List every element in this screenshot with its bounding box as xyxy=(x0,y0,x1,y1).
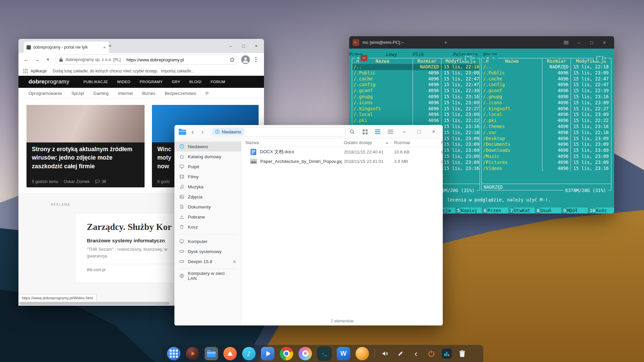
mc-file-row[interactable]: /.var 4096 15 lis, 22:18 xyxy=(482,130,611,136)
mc-file-row[interactable]: /Documents 4096 15 lis, 23:09 xyxy=(482,141,611,147)
fm-search-button[interactable] xyxy=(348,128,356,136)
browser-maximize-button[interactable]: □ xyxy=(237,43,250,49)
site-subnav-item[interactable]: Bezpieczeństwo xyxy=(165,91,196,96)
mc-fkey-button[interactable]: 5Kopiuj xyxy=(455,207,482,214)
terminal-new-tab-button[interactable]: + xyxy=(444,39,447,46)
sidebar-item[interactable]: Komputer xyxy=(174,236,241,246)
mc-file-row[interactable]: /.gconf 4096 15 lis, 22:39 xyxy=(352,88,480,94)
sidebar-item[interactable]: Pulpit xyxy=(174,162,241,172)
mc-file-row[interactable]: /.pki 4096 15 lis, 22:22 xyxy=(352,118,480,124)
fm-col-accessed[interactable]: Ostatni dostęp xyxy=(342,139,392,147)
site-subnav-item[interactable]: P xyxy=(206,91,209,96)
mc-file-row[interactable]: /.Public 4096 15 lis, 23:09 xyxy=(482,70,611,76)
sidebar-item[interactable]: Dokumenty xyxy=(174,202,241,212)
site-nav-item[interactable]: PUBLIKACJE xyxy=(84,80,108,84)
fm-forward-button[interactable]: › xyxy=(199,128,206,135)
fm-address-bar[interactable]: Niedawno xyxy=(211,127,345,136)
apps-grid-icon[interactable] xyxy=(23,69,28,73)
sidebar-item[interactable]: Deepin 15.8 xyxy=(174,256,241,266)
mc-fkey-button[interactable]: 10Końc xyxy=(588,207,614,214)
mc-file-row[interactable]: /.pki 4096 15 lis, 22:22 xyxy=(482,118,611,124)
dock-trash-icon[interactable] xyxy=(457,349,467,359)
article-comments-count[interactable]: 36 xyxy=(102,179,106,184)
apps-shortcut[interactable]: Aplikacje xyxy=(31,69,47,73)
fm-col-kind[interactable]: R xyxy=(439,139,443,147)
site-logo[interactable]: dobreprogramy xyxy=(29,78,69,85)
mc-file-row[interactable]: /.gconf 4096 15 lis, 22:39 xyxy=(482,88,611,94)
tray-system-monitor-icon[interactable] xyxy=(442,349,452,359)
mc-menu-item[interactable]: Plik xyxy=(413,51,424,57)
fm-breadcrumb-recent[interactable]: Niedawno xyxy=(212,128,244,135)
scrollbar-thumb[interactable] xyxy=(19,302,169,305)
fm-col-name[interactable]: Nazwa xyxy=(241,139,342,147)
file-row[interactable]: Paper_Architecture_by_Dmitri_Popov.jpg 2… xyxy=(241,157,443,166)
mc-file-row[interactable]: /.. NADRZĘD 15 lis, 22:18 xyxy=(482,64,611,70)
terminal-maximize-button[interactable]: □ xyxy=(585,40,598,45)
site-subnav-item[interactable]: Sprzęt xyxy=(71,91,84,96)
mc-file-row[interactable]: /.. NADRZĘD 15 lis, 22:18 xyxy=(352,64,480,70)
article-author[interactable]: Oskar Ziomek xyxy=(64,179,90,184)
mc-col-name[interactable]: Nazwa xyxy=(505,58,519,64)
fm-back-button[interactable]: ‹ xyxy=(189,128,196,135)
mc-file-row[interactable]: /.themes 4096 15 lis, 23:16 xyxy=(482,124,611,130)
tray-screenshot-pen-icon[interactable] xyxy=(395,349,406,359)
site-subnav-item[interactable]: Internet xyxy=(118,91,133,96)
sidebar-item[interactable]: Muzyka xyxy=(174,182,241,192)
sidebar-item[interactable]: Komputery w sieci LAN xyxy=(174,271,241,281)
mc-file-row[interactable]: /.kingsoft 4096 15 lis, 22:27 xyxy=(482,106,611,112)
mc-file-row[interactable]: /.local 4096 15 lis, 23:09 xyxy=(352,112,480,118)
site-nav-item[interactable]: GRY xyxy=(172,80,180,84)
dock-feedback-icon[interactable] xyxy=(356,347,369,360)
fm-maximize-button[interactable]: □ xyxy=(414,129,424,135)
mc-file-row[interactable]: /.Public 4096 15 lis, 23:09 xyxy=(352,70,480,76)
forward-button[interactable]: → xyxy=(33,55,42,64)
site-nav-item[interactable]: WIDEO xyxy=(117,80,130,84)
bookmark-star-icon[interactable] xyxy=(229,57,235,62)
sidebar-item[interactable]: Katalog domowy xyxy=(174,152,241,162)
tray-volume-icon[interactable] xyxy=(380,349,390,359)
fm-close-button[interactable]: × xyxy=(429,129,439,135)
eject-icon[interactable] xyxy=(232,259,236,263)
import-bookmarks-link[interactable]: Importuj zakładki... xyxy=(161,69,195,73)
dock-chrome-icon[interactable] xyxy=(280,347,293,360)
mc-file-row[interactable]: /.cache 4096 15 lis, 22:47 xyxy=(482,76,611,82)
tray-shutdown-icon[interactable] xyxy=(426,349,436,359)
fm-col-size[interactable]: Rozmiar xyxy=(392,139,439,147)
terminal-close-button[interactable]: × xyxy=(598,40,611,45)
mc-file-row[interactable]: /.kingsoft 4096 15 lis, 22:27 xyxy=(352,106,480,112)
site-subnav-item[interactable]: Gaming xyxy=(93,91,109,96)
dock-app-store-icon[interactable] xyxy=(223,347,237,360)
mc-file-row[interactable]: /Pictures 4096 15 lis, 23:09 xyxy=(482,160,611,166)
sidebar-item[interactable]: Zdjęcia xyxy=(174,192,241,202)
mc-fkey-button[interactable]: 7UtwKat xyxy=(508,207,535,214)
site-nav-item[interactable]: BLOGI xyxy=(190,80,202,84)
mc-fkey-button[interactable]: 8Usuń xyxy=(535,207,561,214)
fm-menu-button[interactable] xyxy=(386,128,394,136)
mc-fkey-button[interactable]: 9MDół xyxy=(561,207,588,214)
sidebar-item[interactable]: Pobrane xyxy=(174,212,241,222)
mc-fkey-button[interactable]: 6Przen xyxy=(482,207,508,214)
terminal-menu-button[interactable] xyxy=(560,41,573,44)
stop-button[interactable]: × xyxy=(43,55,53,64)
back-button[interactable]: ← xyxy=(22,55,31,64)
browser-menu-button[interactable] xyxy=(251,55,261,64)
mc-file-row[interactable]: /.config 4096 15 lis, 22:47 xyxy=(352,82,480,88)
dock-wps-writer-icon[interactable]: W xyxy=(337,347,350,360)
dock-deepin-movie-icon[interactable] xyxy=(186,347,199,360)
site-nav-item[interactable]: PROGRAMY xyxy=(140,80,163,84)
browser-minimize-button[interactable]: – xyxy=(224,43,237,49)
mc-file-row[interactable]: /.icons 4096 15 lis, 23:09 xyxy=(352,100,480,106)
mc-file-row[interactable]: /.gnupg 4096 15 lis, 23:16 xyxy=(482,94,611,100)
terminal-minimize-button[interactable]: – xyxy=(573,40,585,45)
browser-close-button[interactable]: × xyxy=(250,43,263,49)
mc-file-row[interactable]: /Music 4096 15 lis, 23:09 xyxy=(482,154,611,160)
profile-avatar[interactable] xyxy=(241,55,250,64)
site-nav-item[interactable]: FORUM xyxy=(211,80,225,84)
mc-menu-item[interactable]: Lewy xyxy=(386,51,397,57)
file-row[interactable]: DOCX 文档.docx 2018/11/15 22:40:41 10.6 KB… xyxy=(241,147,443,157)
browser-tab[interactable]: dobreprogramy - portal nie tylk × xyxy=(24,42,109,53)
sidebar-item[interactable]: Filmy xyxy=(174,172,241,182)
article-title[interactable]: Strony z erotyką aktualnym źródłem wirus… xyxy=(26,142,145,171)
mc-file-row[interactable]: /Desktop 4096 15 lis, 23:09 xyxy=(482,136,611,142)
dock-launcher-icon[interactable] xyxy=(167,347,180,360)
